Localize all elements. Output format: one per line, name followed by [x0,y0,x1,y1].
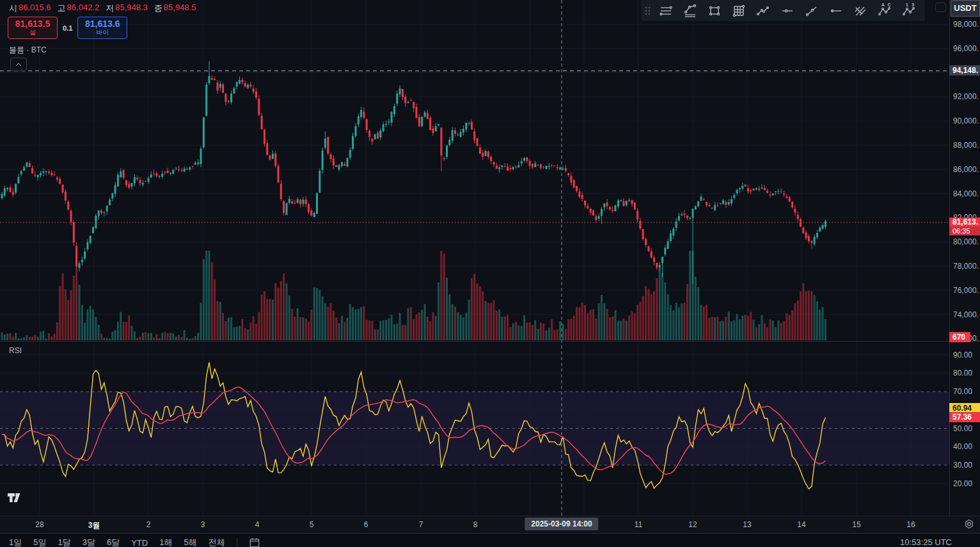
price-axis[interactable]: USDT 98,000.96,000.92,000.90,000.88,000.… [949,0,980,516]
currency-toggle-button[interactable]: USDT [951,0,980,17]
rsi-ma-value-badge: 57.36 [949,412,980,422]
rsi-axis-label: 90.00 [953,351,972,360]
candlesticks [2,61,825,285]
parallel-channel-icon [658,3,674,19]
trend-line-tool-button[interactable] [800,1,824,20]
price-axis-label: 86,000. [953,165,979,174]
disjoint-channel-tool-button[interactable] [751,1,775,20]
last-price-value: 81,613. [952,218,980,226]
price-axis-label: 96,000. [953,44,979,53]
bottom-bar-divider [237,537,237,547]
price-axis-label: 84,000. [953,189,979,198]
rsi-axis-label: 50.00 [953,424,972,433]
time-axis-label: 14 [797,520,805,529]
range-button-1해[interactable]: 1해 [159,537,172,547]
tradingview-logo-icon[interactable] [5,491,24,504]
range-button-5해[interactable]: 5해 [184,537,196,547]
elliott-wave-icon: 15 [901,3,917,19]
trend-line-icon [804,3,819,19]
utc-clock: 10:53:25 UTC [900,537,952,547]
ohlc-legend-item: 시86,015.6 [9,3,51,14]
time-axis-label: 3 [201,520,205,529]
rsi-axis-label: 40.00 [953,442,972,451]
time-axis-label: 12 [688,520,697,529]
high-price-badge: 94,148. [949,65,980,75]
sell-button[interactable]: 81,613.5 셀 [8,17,58,39]
horizontal-line-icon [780,3,795,19]
time-axis-label: 6 [364,520,368,529]
elliott-wave-tool-button[interactable]: 15 [897,1,921,20]
toolbar-drag-handle-icon[interactable] [644,4,652,17]
ohlc-label: 시 [9,3,17,14]
svg-text:1: 1 [906,3,908,7]
time-axis-label: 3월 [88,520,100,531]
range-buttons: 1일5일1달3달6달YTD1해5해전체 [9,537,260,547]
range-button-5일[interactable]: 5일 [33,537,46,547]
range-button-YTD[interactable]: YTD [131,538,148,547]
xabcd-pattern-tool-button[interactable]: AC [873,1,897,20]
candle-countdown: 06:35 [949,226,980,235]
time-axis-label: 28 [35,520,43,529]
time-axis-label: 4 [255,520,260,529]
rectangle-tool-button[interactable] [702,1,727,20]
crosshair-date-badge: 2025-03-09 14:00 [525,518,598,530]
horizontal-ray-tool-button[interactable] [824,1,848,20]
range-button-6달[interactable]: 6달 [107,537,120,547]
spread-value: 0.1 [63,24,72,32]
fib-grid-icon [731,3,747,19]
buy-button[interactable]: 81,613.6 바이 [77,17,127,39]
volume-value-badge: 670 [949,332,970,342]
svg-text:C: C [888,3,891,7]
rsi-axis-label: 70.00 [953,387,972,396]
ohlc-value: 86,042.2 [67,3,100,14]
range-button-1일[interactable]: 1일 [9,537,22,547]
ohlc-label: 고 [58,3,66,14]
chart-canvas[interactable] [0,0,949,516]
price-axis-label: 92,000. [953,92,979,101]
disjoint-channel-icon [755,3,771,19]
pane-separator[interactable] [0,341,980,342]
ohlc-value: 85,948.5 [164,3,196,14]
range-button-1달[interactable]: 1달 [58,537,70,547]
range-button-전체[interactable]: 전체 [209,537,225,547]
calendar-icon[interactable] [249,537,260,547]
parallel-channel-tool-button[interactable] [654,1,678,20]
time-axis-label: 8 [473,520,478,529]
toolbar-buttons: AC15 [654,1,921,20]
bottom-toolbar: 1일5일1달3달6달YTD1해5해전체 10:53:25 UTC [0,533,980,547]
price-axis-label: 80,000. [953,237,979,246]
time-axis-label: 2 [146,520,151,529]
pitchfork-icon [853,3,868,19]
range-button-3달[interactable]: 3달 [83,537,95,547]
time-axis-label: 7 [419,520,423,529]
drawing-toolbar: AC15 [641,0,925,21]
ohlc-label: 저 [106,3,114,14]
sell-side-label: 셀 [8,29,57,36]
svg-text:A: A [881,3,885,7]
axis-settings-gear-icon[interactable] [963,518,976,531]
ohlc-label: 종 [154,3,162,14]
rsi-study-label: RSI [9,346,22,355]
polyline-tool-button[interactable] [678,1,702,20]
svg-text:5: 5 [912,3,915,7]
time-axis-label: 13 [743,520,751,529]
rectangle-icon [707,3,722,19]
horizontal-line-tool-button[interactable] [775,1,800,20]
last-price-badge: 81,613. 06:35 [949,218,980,235]
collapse-legend-button[interactable] [10,58,27,71]
horizontal-ray-icon [828,3,844,19]
polyline-icon [683,3,698,19]
chevron-up-icon [14,61,23,68]
rsi-axis-label: 30.00 [953,461,972,470]
ohlc-value: 85,948.3 [115,3,148,14]
time-axis[interactable]: 283월2345678111213141516 2025-03-09 14:00 [0,516,980,533]
xabcd-pattern-icon: AC [877,3,892,19]
ohlc-legend-item: 고86,042.2 [58,3,100,14]
fib-grid-tool-button[interactable] [727,1,751,20]
time-axis-label: 16 [906,520,915,529]
volume-study-label: 볼륨 · BTC [9,45,47,56]
ohlc-legend-item: 저85,948.3 [106,3,148,14]
time-axis-label: 5 [310,520,314,529]
collapsed-panel-button[interactable] [935,3,946,12]
pitchfork-tool-button[interactable] [848,1,873,20]
